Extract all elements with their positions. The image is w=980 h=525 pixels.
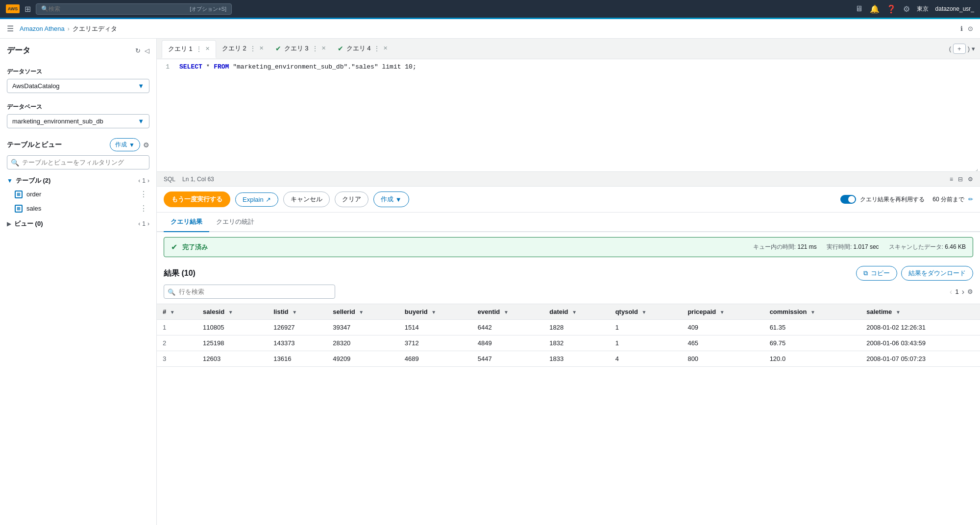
toggle-sublabel: 60 分前まで (932, 195, 964, 204)
result-tab-stats[interactable]: クエリの統計 (209, 213, 261, 232)
tab4-more[interactable]: ⋮ (373, 45, 380, 52)
table-more-sales[interactable]: ⋮ (140, 204, 147, 213)
tables-prev-btn[interactable]: ‹ (138, 177, 140, 184)
col-header-eventid[interactable]: eventid ▼ (472, 304, 544, 320)
main-layout: データ ↻ ◁ データソース AwsDataCatalog ▼ データベース m… (0, 39, 980, 525)
table-view-icon[interactable]: ⊟ (958, 176, 963, 183)
table-item-order[interactable]: ⊞ order ⋮ (7, 187, 149, 201)
create-arrow: ▼ (129, 142, 135, 148)
scanned-data: スキャンしたデータ: 6.46 KB (889, 243, 966, 251)
exec-time: 実行時間: 1.017 sec (827, 243, 879, 251)
pagination-settings-icon[interactable]: ⚙ (967, 288, 973, 295)
hamburger-menu[interactable]: ☰ (7, 24, 14, 33)
col-header-salesid[interactable]: salesid ▼ (197, 304, 268, 320)
table-cell: 143373 (268, 335, 327, 351)
format-icon[interactable]: ≡ (950, 176, 953, 183)
table-cell: 1833 (543, 351, 609, 367)
feedback-icon[interactable]: ⊙ (968, 25, 973, 32)
tables-settings-icon[interactable]: ⚙ (143, 141, 149, 149)
breadcrumb-app-link[interactable]: Amazon Athena (20, 25, 65, 32)
tabs-dropdown-arrow[interactable]: ▾ (972, 45, 975, 52)
monitor-icon[interactable]: 🖥 (855, 4, 863, 13)
search-box[interactable]: 🔍 [オプション+S] (36, 3, 232, 15)
collapse-icon[interactable]: ◁ (145, 47, 149, 54)
views-tree-label: ビュー (0) (14, 219, 135, 228)
col-header-commission[interactable]: commission ▼ (764, 304, 861, 320)
reuse-results-toggle[interactable] (840, 195, 856, 204)
col-header-buyerid[interactable]: buyerid ▼ (399, 304, 472, 320)
sidebar-header: データ ↻ ◁ (7, 46, 149, 56)
row-search-input[interactable] (164, 285, 335, 299)
views-prev-btn[interactable]: ‹ (138, 220, 140, 227)
database-value: marketing_environment_sub_db (12, 118, 103, 125)
tab2-close[interactable]: ✕ (259, 45, 264, 51)
col-header-pricepaid[interactable]: pricepaid ▼ (682, 304, 763, 320)
col-header-listid[interactable]: listid ▼ (268, 304, 327, 320)
views-tree-header[interactable]: ▶ ビュー (0) ‹ 1 › (7, 217, 149, 230)
search-icon: 🔍 (41, 5, 49, 12)
clear-button[interactable]: クリア (335, 191, 368, 207)
prev-page-btn[interactable]: ‹ (950, 287, 952, 296)
region-selector[interactable]: 東京 (917, 5, 929, 13)
query-tabs-actions: ( + ) ▾ (949, 44, 975, 54)
explain-button[interactable]: Explain ↗ (235, 192, 278, 207)
tab1-more[interactable]: ⋮ (196, 45, 202, 53)
col-header-dateid[interactable]: dateid ▼ (543, 304, 609, 320)
add-tab-button[interactable]: + (953, 44, 966, 54)
download-button[interactable]: 結果をダウンロード (901, 266, 973, 281)
results-pagination: ‹ 1 › ⚙ (950, 287, 973, 296)
info-icon[interactable]: ℹ (960, 25, 963, 32)
grid-icon[interactable]: ⊞ (24, 4, 31, 14)
query-tab-4[interactable]: ✔ クエリ 4 ⋮ ✕ (332, 40, 394, 58)
tab3-more[interactable]: ⋮ (312, 45, 318, 52)
col-header-saletime[interactable]: saletime ▼ (860, 304, 980, 320)
tab2-more[interactable]: ⋮ (249, 45, 256, 52)
table-item-sales[interactable]: ⊞ sales ⋮ (7, 201, 149, 215)
toggle-label: クエリ結果を再利用する (860, 195, 925, 204)
tab4-close[interactable]: ✕ (383, 45, 388, 51)
code-area[interactable]: 1 SELECT * FROM "marketing_environment_s… (157, 59, 980, 166)
global-search-input[interactable] (49, 5, 147, 12)
table-name-sales: sales (26, 205, 136, 212)
bell-icon[interactable]: 🔔 (870, 4, 880, 14)
statusbar-settings-icon[interactable]: ⚙ (968, 176, 973, 183)
table-cell: 125198 (197, 335, 268, 351)
database-arrow: ▼ (138, 118, 144, 125)
table-cell: 69.75 (764, 335, 861, 351)
col-header-sellerid[interactable]: sellerid ▼ (327, 304, 399, 320)
refresh-icon[interactable]: ↻ (135, 47, 141, 54)
result-tab-results[interactable]: クエリ結果 (164, 213, 209, 232)
copy-button[interactable]: ⧉ コピー (856, 266, 897, 281)
settings-icon[interactable]: ⚙ (903, 4, 910, 14)
datasource-dropdown[interactable]: AwsDataCatalog ▼ (7, 79, 149, 93)
col-header-qtysold[interactable]: qtysold ▼ (610, 304, 682, 320)
table-more-order[interactable]: ⋮ (140, 190, 147, 199)
toggle-edit-icon[interactable]: ✏ (968, 196, 973, 203)
tab1-close[interactable]: ✕ (205, 46, 210, 52)
create-table-button[interactable]: 作成 ▼ (110, 138, 140, 151)
tables-tree-header[interactable]: ▼ テーブル (2) ‹ 1 › (7, 174, 149, 187)
sql-lang-label: SQL (164, 176, 175, 183)
create-dropdown-arrow: ▼ (395, 196, 402, 203)
code-content[interactable]: SELECT * FROM "marketing_environment_sub… (174, 63, 980, 162)
table-cell: 2008-01-07 05:07:23 (860, 351, 980, 367)
query-tab-1[interactable]: クエリ 1 ⋮ ✕ (162, 40, 216, 58)
table-cell: 1828 (543, 320, 609, 335)
query-tab-3[interactable]: ✔ クエリ 3 ⋮ ✕ (270, 40, 332, 58)
table-cell: 465 (682, 335, 763, 351)
tab3-close[interactable]: ✕ (321, 45, 326, 51)
next-page-btn[interactable]: › (962, 287, 964, 296)
user-menu[interactable]: datazone_usr_ (935, 5, 974, 12)
cancel-button[interactable]: キャンセル (283, 191, 330, 207)
run-button[interactable]: もう一度実行する (164, 191, 230, 207)
table-cell: 1514 (399, 320, 472, 335)
create-button[interactable]: 作成 ▼ (373, 191, 409, 207)
tables-next-btn[interactable]: › (147, 177, 149, 184)
views-next-btn[interactable]: › (147, 220, 149, 227)
help-icon[interactable]: ❓ (886, 4, 896, 14)
col-header-num[interactable]: # ▼ (157, 304, 197, 320)
database-dropdown[interactable]: marketing_environment_sub_db ▼ (7, 114, 149, 128)
table-filter-input[interactable] (7, 155, 149, 169)
query-tab-2[interactable]: クエリ 2 ⋮ ✕ (216, 40, 270, 58)
resize-handle[interactable]: ⌟ (157, 166, 980, 171)
